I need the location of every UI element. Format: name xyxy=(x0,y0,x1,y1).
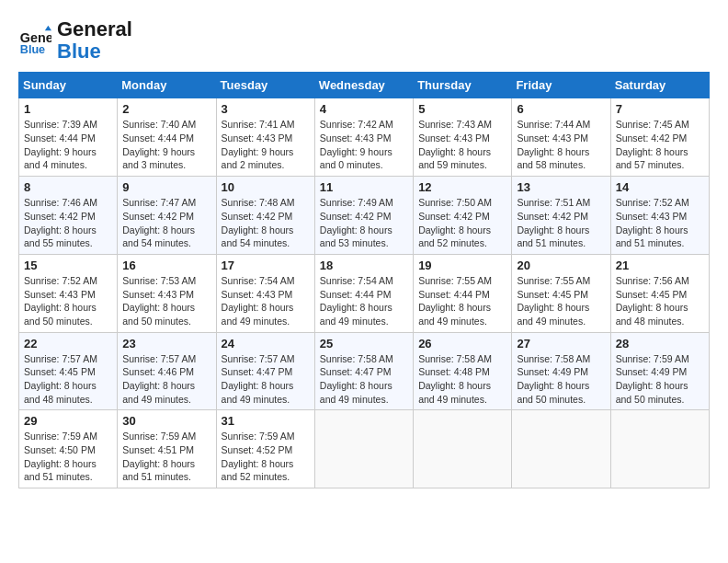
calendar-week: 8Sunrise: 7:46 AM Sunset: 4:42 PM Daylig… xyxy=(19,177,710,255)
calendar-cell: 20Sunrise: 7:55 AM Sunset: 4:45 PM Dayli… xyxy=(512,254,610,332)
day-info: Sunrise: 7:43 AM Sunset: 4:43 PM Dayligh… xyxy=(418,118,506,172)
calendar-cell: 4Sunrise: 7:42 AM Sunset: 4:43 PM Daylig… xyxy=(314,98,413,177)
svg-marker-2 xyxy=(45,26,51,30)
calendar-cell: 8Sunrise: 7:46 AM Sunset: 4:42 PM Daylig… xyxy=(19,177,118,255)
calendar-cell xyxy=(512,410,610,488)
day-number: 26 xyxy=(418,337,506,350)
logo-icon: General Blue xyxy=(18,24,51,57)
calendar-cell: 10Sunrise: 7:48 AM Sunset: 4:42 PM Dayli… xyxy=(216,177,314,255)
calendar-cell: 3Sunrise: 7:41 AM Sunset: 4:43 PM Daylig… xyxy=(216,98,314,177)
day-info: Sunrise: 7:54 AM Sunset: 4:44 PM Dayligh… xyxy=(320,274,408,328)
day-number: 27 xyxy=(517,337,605,350)
day-number: 2 xyxy=(122,102,210,116)
day-info: Sunrise: 7:44 AM Sunset: 4:43 PM Dayligh… xyxy=(517,118,605,172)
calendar-cell: 16Sunrise: 7:53 AM Sunset: 4:43 PM Dayli… xyxy=(118,254,216,332)
day-info: Sunrise: 7:45 AM Sunset: 4:42 PM Dayligh… xyxy=(616,118,704,172)
day-number: 21 xyxy=(616,259,704,272)
calendar-cell xyxy=(610,410,709,488)
day-number: 7 xyxy=(616,102,704,116)
day-number: 31 xyxy=(222,414,310,428)
day-number: 11 xyxy=(320,180,408,194)
day-info: Sunrise: 7:53 AM Sunset: 4:43 PM Dayligh… xyxy=(122,274,210,328)
calendar-cell xyxy=(414,410,512,488)
day-info: Sunrise: 7:42 AM Sunset: 4:43 PM Dayligh… xyxy=(320,118,408,172)
svg-text:General: General xyxy=(20,30,51,45)
day-info: Sunrise: 7:58 AM Sunset: 4:47 PM Dayligh… xyxy=(320,352,408,407)
day-info: Sunrise: 7:59 AM Sunset: 4:52 PM Dayligh… xyxy=(222,430,310,484)
day-number: 17 xyxy=(222,259,310,272)
day-number: 12 xyxy=(418,180,506,194)
weekday-header: Sunday xyxy=(19,73,118,98)
calendar-week: 15Sunrise: 7:52 AM Sunset: 4:43 PM Dayli… xyxy=(19,254,710,332)
day-number: 23 xyxy=(122,337,210,350)
day-info: Sunrise: 7:39 AM Sunset: 4:44 PM Dayligh… xyxy=(24,118,112,172)
logo-text: General Blue xyxy=(57,18,132,63)
calendar-cell: 17Sunrise: 7:54 AM Sunset: 4:43 PM Dayli… xyxy=(216,254,314,332)
day-info: Sunrise: 7:46 AM Sunset: 4:42 PM Dayligh… xyxy=(24,196,112,250)
day-info: Sunrise: 7:52 AM Sunset: 4:43 PM Dayligh… xyxy=(24,274,112,328)
day-info: Sunrise: 7:57 AM Sunset: 4:47 PM Dayligh… xyxy=(222,352,310,407)
day-info: Sunrise: 7:55 AM Sunset: 4:44 PM Dayligh… xyxy=(418,274,506,328)
calendar-cell: 14Sunrise: 7:52 AM Sunset: 4:43 PM Dayli… xyxy=(610,177,709,255)
calendar-week: 22Sunrise: 7:57 AM Sunset: 4:45 PM Dayli… xyxy=(19,332,710,410)
day-number: 5 xyxy=(418,102,506,116)
calendar-week: 29Sunrise: 7:59 AM Sunset: 4:50 PM Dayli… xyxy=(19,410,710,488)
calendar-cell: 11Sunrise: 7:49 AM Sunset: 4:42 PM Dayli… xyxy=(314,177,413,255)
day-number: 22 xyxy=(24,337,112,350)
day-info: Sunrise: 7:59 AM Sunset: 4:50 PM Dayligh… xyxy=(24,430,112,484)
calendar-week: 1Sunrise: 7:39 AM Sunset: 4:44 PM Daylig… xyxy=(19,98,710,177)
weekday-header: Thursday xyxy=(414,73,512,98)
day-info: Sunrise: 7:56 AM Sunset: 4:45 PM Dayligh… xyxy=(616,274,704,328)
day-number: 25 xyxy=(320,337,408,350)
day-info: Sunrise: 7:50 AM Sunset: 4:42 PM Dayligh… xyxy=(418,196,506,250)
day-info: Sunrise: 7:57 AM Sunset: 4:45 PM Dayligh… xyxy=(24,352,112,407)
day-number: 13 xyxy=(517,180,605,194)
day-info: Sunrise: 7:51 AM Sunset: 4:42 PM Dayligh… xyxy=(517,196,605,250)
page-header: General Blue General Blue xyxy=(18,18,710,63)
day-info: Sunrise: 7:48 AM Sunset: 4:42 PM Dayligh… xyxy=(222,196,310,250)
calendar-cell: 26Sunrise: 7:58 AM Sunset: 4:48 PM Dayli… xyxy=(414,332,512,410)
calendar-cell: 1Sunrise: 7:39 AM Sunset: 4:44 PM Daylig… xyxy=(19,98,118,177)
day-info: Sunrise: 7:40 AM Sunset: 4:44 PM Dayligh… xyxy=(122,118,210,172)
calendar-cell: 30Sunrise: 7:59 AM Sunset: 4:51 PM Dayli… xyxy=(118,410,216,488)
day-number: 24 xyxy=(222,337,310,350)
calendar-cell: 19Sunrise: 7:55 AM Sunset: 4:44 PM Dayli… xyxy=(414,254,512,332)
day-number: 28 xyxy=(616,337,704,350)
calendar-cell: 31Sunrise: 7:59 AM Sunset: 4:52 PM Dayli… xyxy=(216,410,314,488)
day-number: 20 xyxy=(517,259,605,272)
day-number: 4 xyxy=(320,102,408,116)
calendar-cell: 21Sunrise: 7:56 AM Sunset: 4:45 PM Dayli… xyxy=(610,254,709,332)
calendar-cell: 6Sunrise: 7:44 AM Sunset: 4:43 PM Daylig… xyxy=(512,98,610,177)
day-number: 14 xyxy=(616,180,704,194)
day-info: Sunrise: 7:55 AM Sunset: 4:45 PM Dayligh… xyxy=(517,274,605,328)
weekday-header: Monday xyxy=(118,73,216,98)
day-number: 29 xyxy=(24,414,112,428)
calendar-cell: 2Sunrise: 7:40 AM Sunset: 4:44 PM Daylig… xyxy=(118,98,216,177)
weekday-header: Friday xyxy=(512,73,610,98)
day-number: 3 xyxy=(222,102,310,116)
calendar-cell: 7Sunrise: 7:45 AM Sunset: 4:42 PM Daylig… xyxy=(610,98,709,177)
day-info: Sunrise: 7:49 AM Sunset: 4:42 PM Dayligh… xyxy=(320,196,408,250)
logo: General Blue General Blue xyxy=(18,18,132,63)
svg-text:Blue: Blue xyxy=(20,44,45,57)
calendar-cell: 12Sunrise: 7:50 AM Sunset: 4:42 PM Dayli… xyxy=(414,177,512,255)
day-number: 30 xyxy=(122,414,210,428)
day-info: Sunrise: 7:58 AM Sunset: 4:49 PM Dayligh… xyxy=(517,352,605,407)
calendar-cell: 18Sunrise: 7:54 AM Sunset: 4:44 PM Dayli… xyxy=(314,254,413,332)
calendar-table: SundayMondayTuesdayWednesdayThursdayFrid… xyxy=(18,72,710,488)
calendar-cell xyxy=(314,410,413,488)
calendar-cell: 25Sunrise: 7:58 AM Sunset: 4:47 PM Dayli… xyxy=(314,332,413,410)
calendar-cell: 13Sunrise: 7:51 AM Sunset: 4:42 PM Dayli… xyxy=(512,177,610,255)
day-info: Sunrise: 7:54 AM Sunset: 4:43 PM Dayligh… xyxy=(222,274,310,328)
day-number: 16 xyxy=(122,259,210,272)
calendar-cell: 23Sunrise: 7:57 AM Sunset: 4:46 PM Dayli… xyxy=(118,332,216,410)
calendar-cell: 15Sunrise: 7:52 AM Sunset: 4:43 PM Dayli… xyxy=(19,254,118,332)
day-info: Sunrise: 7:41 AM Sunset: 4:43 PM Dayligh… xyxy=(222,118,310,172)
calendar-header: SundayMondayTuesdayWednesdayThursdayFrid… xyxy=(19,73,710,98)
calendar-cell: 24Sunrise: 7:57 AM Sunset: 4:47 PM Dayli… xyxy=(216,332,314,410)
day-info: Sunrise: 7:52 AM Sunset: 4:43 PM Dayligh… xyxy=(616,196,704,250)
day-number: 10 xyxy=(222,180,310,194)
calendar-cell: 5Sunrise: 7:43 AM Sunset: 4:43 PM Daylig… xyxy=(414,98,512,177)
calendar-cell: 29Sunrise: 7:59 AM Sunset: 4:50 PM Dayli… xyxy=(19,410,118,488)
day-number: 15 xyxy=(24,259,112,272)
